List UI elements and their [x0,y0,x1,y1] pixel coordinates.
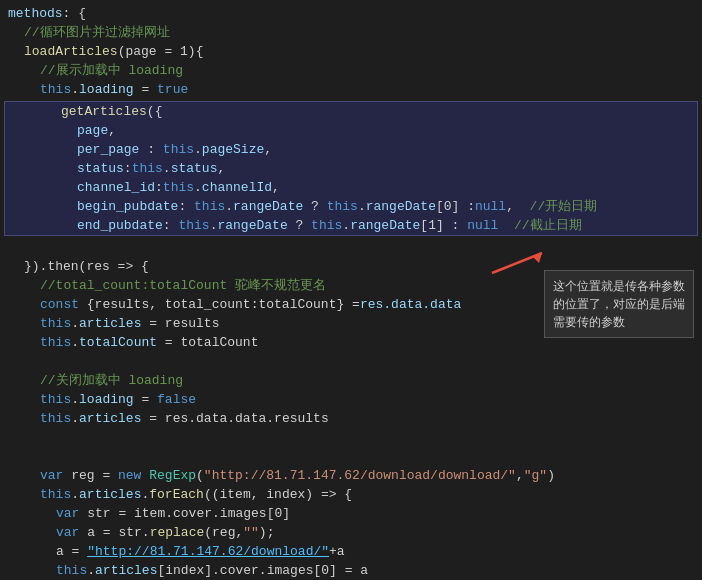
code-line-4: //展示加载中 loading [0,61,702,80]
code-line-replace: var a = str.replace(reg,""); [0,523,702,542]
code-line-9: status:this.status, [5,159,697,178]
code-line-a-assign: a = "http://81.71.147.62/download/"+a [0,542,702,561]
code-line-3: loadArticles(page = 1){ [0,42,702,61]
code-line-str: var str = item.cover.images[0] [0,504,702,523]
code-line-articles-index: this.articles[index].cover.images[0] = a [0,561,702,580]
code-line-empty1 [0,238,702,257]
code-line-foreach: this.articles.forEach((item, index) => { [0,485,702,504]
code-line-2: //循环图片并过滤掉网址 [0,23,702,42]
svg-marker-1 [532,253,542,263]
code-line-regexp: var reg = new RegExp("http://81.71.147.6… [0,466,702,485]
annotation-text: 这个位置就是传各种参数的位置了，对应的是后端需要传的参数 [553,279,685,329]
code-line-empty2 [0,352,702,371]
code-line-10: channel_id:this.channelId, [5,178,697,197]
red-arrow-icon [487,248,547,278]
code-line-12: end_pubdate: this.rangeDate ? this.range… [5,216,697,235]
highlight-block: getArticles({ page, per_page : this.page… [4,101,698,236]
code-line-8: per_page : this.pageSize, [5,140,697,159]
code-editor: methods: { //循环图片并过滤掉网址 loadArticles(pag… [0,0,702,580]
code-line-loading-false: this.loading = false [0,390,702,409]
code-line-empty3 [0,428,702,447]
code-line-comment2: //关闭加载中 loading [0,371,702,390]
code-line-empty4 [0,447,702,466]
code-line-7: page, [5,121,697,140]
code-line-5: this.loading = true [0,80,702,99]
code-line-11: begin_pubdate: this.rangeDate ? this.ran… [5,197,697,216]
code-line-1: methods: { [0,4,702,23]
code-line-articles2: this.articles = res.data.data.results [0,409,702,428]
annotation-box: 这个位置就是传各种参数的位置了，对应的是后端需要传的参数 [544,270,694,338]
code-line-6: getArticles({ [5,102,697,121]
